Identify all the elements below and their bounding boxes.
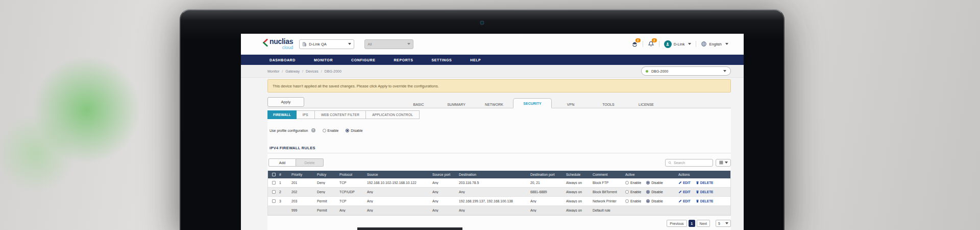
breadcrumb-item-devices[interactable]: Devices [306, 70, 318, 73]
tab-vpn[interactable]: VPN [552, 100, 590, 108]
search-input[interactable] [674, 161, 710, 165]
cell-policy: Deny [315, 181, 337, 185]
delete-label: DELETE [700, 181, 714, 185]
edit-rule-link[interactable]: EDIT [678, 181, 691, 185]
active-disable-option[interactable]: Disable [646, 181, 663, 185]
profile-disable-option[interactable]: Disable [346, 129, 362, 132]
breadcrumb-item-monitor[interactable]: Monitor [267, 70, 279, 73]
select-all-checkbox[interactable] [272, 173, 276, 176]
column-header-policy: Policy [315, 173, 337, 176]
delete-button[interactable]: Delete [296, 158, 324, 167]
breadcrumb: Monitor/Gateway/Devices/DBG-2000 [267, 70, 341, 73]
chevron-down-icon [725, 43, 728, 45]
radio-disable[interactable] [646, 190, 650, 194]
notifications-button[interactable]: 2 [648, 41, 654, 48]
active-enable-option[interactable]: Enable [625, 199, 641, 203]
edit-label: EDIT [683, 181, 691, 185]
laptop-bezel: nuclias cloud D-Link QA All [180, 9, 785, 230]
tab-security[interactable]: SECURITY [513, 98, 552, 108]
breadcrumb-item-dbg-2000[interactable]: DBG-2000 [325, 70, 341, 73]
radio-disable[interactable] [346, 129, 349, 132]
subtab-firewall[interactable]: FIREWALL [267, 110, 297, 119]
tab-basic[interactable]: BASIC [400, 100, 437, 108]
chevron-down-icon [688, 43, 691, 45]
notifications-badge: 2 [652, 38, 657, 42]
cell-source: Any [365, 190, 430, 194]
current-page-button[interactable]: 1 [689, 220, 695, 227]
breadcrumb-row: Monitor/Gateway/Devices/DBG-2000 DBG-200… [241, 65, 744, 78]
organization-selector[interactable]: D-Link QA [299, 39, 354, 49]
nav-item-settings[interactable]: SETTINGS [432, 58, 452, 62]
delete-label: DELETE [700, 199, 714, 203]
cell-num: 1 [277, 181, 289, 185]
delete-rule-link[interactable]: DELETE [696, 199, 714, 203]
active-enable-option[interactable]: Enable [625, 190, 641, 194]
cell-protocol: TCP [337, 181, 365, 185]
active-disable-option[interactable]: Disable [646, 190, 663, 194]
row-checkbox-cell [268, 190, 277, 194]
page-size-selector[interactable]: 5 [716, 220, 731, 227]
row-checkbox[interactable] [272, 181, 276, 185]
cell-comment: Default rule [591, 209, 623, 212]
site-selector[interactable]: All [364, 39, 413, 49]
previous-page-button[interactable]: Previous [667, 220, 687, 227]
subtab-ips[interactable]: IPS [297, 110, 315, 119]
radio-disable[interactable] [646, 181, 650, 185]
table-row: 2202DenyTCP/UDPAnyAnyAny6881-6889Always … [268, 188, 730, 197]
breadcrumb-separator: / [282, 70, 283, 73]
tab-network[interactable]: NETWORK [475, 100, 513, 108]
active-enable-option[interactable]: Enable [625, 181, 641, 185]
row-checkbox[interactable] [272, 190, 276, 194]
delete-rule-link[interactable]: DELETE [696, 190, 714, 194]
info-icon[interactable]: ? [311, 128, 315, 132]
radio-enable[interactable] [625, 181, 629, 185]
subtab-web-content-filter[interactable]: WEB CONTENT FILTER [315, 110, 366, 119]
device-selector[interactable]: DBG-2000 [641, 66, 731, 76]
tab-license[interactable]: LICENSE [627, 100, 665, 108]
radio-enable[interactable] [625, 199, 629, 203]
trash-icon [696, 181, 699, 185]
webcam-icon [480, 21, 484, 25]
edit-rule-link[interactable]: EDIT [678, 199, 691, 203]
cell-policy: Deny [315, 190, 337, 194]
trash-icon [696, 199, 699, 203]
cell-num: 2 [277, 190, 289, 194]
apply-button[interactable]: Apply [267, 97, 304, 107]
cell-priority: 201 [289, 181, 315, 185]
radio-enable[interactable] [323, 129, 326, 132]
breadcrumb-item-gateway[interactable]: Gateway [285, 70, 300, 73]
cell-priority: 999 [289, 209, 315, 212]
footer-bar-partial [357, 227, 462, 230]
tab-summary[interactable]: SUMMARY [437, 100, 475, 108]
delete-rule-link[interactable]: DELETE [696, 181, 714, 185]
nav-item-configure[interactable]: CONFIGURE [351, 58, 375, 62]
nuclias-logo: nuclias cloud [262, 38, 293, 50]
language-menu[interactable]: English [701, 41, 728, 47]
nuclias-chevron-icon [262, 38, 268, 47]
nav-item-dashboard[interactable]: DASHBOARD [270, 58, 296, 62]
columns-button[interactable] [716, 159, 731, 167]
nav-item-help[interactable]: HELP [470, 58, 481, 62]
edit-rule-link[interactable]: EDIT [678, 190, 691, 194]
active-option-label: Enable [630, 181, 641, 185]
active-disable-option[interactable]: Disable [646, 199, 663, 203]
cell-destination-port: 20, 21 [528, 181, 564, 185]
tab-tools[interactable]: TOOLS [590, 100, 627, 108]
announcements-button[interactable]: 2 [631, 41, 638, 48]
site-value: All [368, 42, 372, 47]
nav-item-reports[interactable]: REPORTS [394, 58, 413, 62]
profile-config-label: Use profile configuration [270, 129, 308, 132]
row-checkbox[interactable] [272, 199, 276, 203]
add-button[interactable]: Add [268, 158, 296, 167]
cell-priority: 202 [289, 190, 315, 194]
apply-tabs-row: Apply BASICSUMMARYNETWORKSECURITYVPNTOOL… [267, 97, 731, 108]
radio-enable[interactable] [625, 190, 629, 194]
profile-enable-option[interactable]: Enable [323, 129, 339, 132]
radio-disable[interactable] [646, 199, 650, 203]
announcements-badge: 2 [635, 38, 641, 42]
nav-item-monitor[interactable]: MONITOR [314, 58, 333, 62]
subtab-application-control[interactable]: APPLICATION CONTROL [366, 110, 420, 119]
user-menu[interactable]: D-Link [664, 40, 692, 48]
building-icon [302, 42, 307, 47]
next-page-button[interactable]: Next [697, 220, 710, 227]
